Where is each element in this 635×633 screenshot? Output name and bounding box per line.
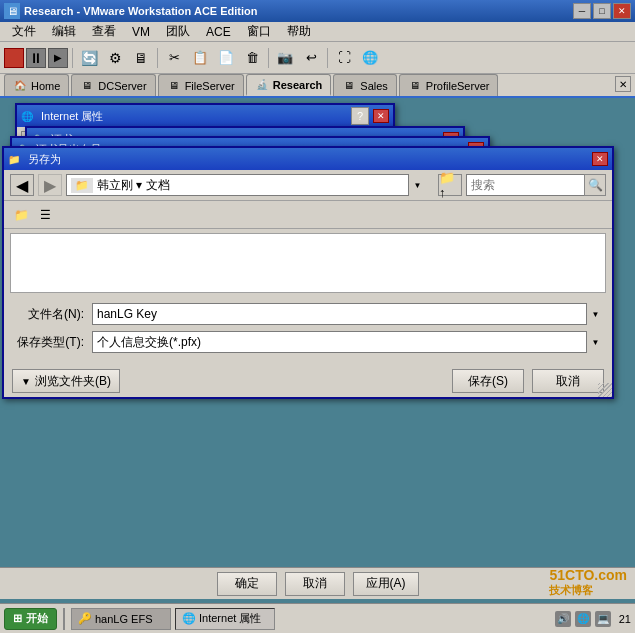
savetype-select-wrap: 个人信息交换(*.pfx) ▼ — [92, 331, 604, 353]
browse-arrow-icon: ▼ — [21, 376, 31, 387]
menu-vm[interactable]: VM — [124, 23, 158, 41]
cert-ok-btn[interactable]: 确定 — [217, 572, 277, 596]
tab-dcserver[interactable]: 🖥 DCServer — [71, 74, 155, 96]
tab-sales-label: Sales — [360, 80, 388, 92]
title-bar: 🖥 Research - VMware Workstation ACE Edit… — [0, 0, 635, 22]
maximize-button[interactable]: □ — [593, 3, 611, 19]
copy-btn[interactable]: 📋 — [188, 46, 212, 70]
addr-dropdown-arrow[interactable]: ▼ — [408, 174, 426, 196]
menu-ace[interactable]: ACE — [198, 23, 239, 41]
menu-windows[interactable]: 窗口 — [239, 21, 279, 42]
savetype-row: 保存类型(T): 个人信息交换(*.pfx) ▼ — [12, 331, 604, 353]
tab-sales[interactable]: 🖥 Sales — [333, 74, 397, 96]
menu-view[interactable]: 查看 — [84, 21, 124, 42]
inet-close-btn[interactable]: ✕ — [373, 109, 389, 123]
browse-folder-label: 浏览文件夹(B) — [35, 373, 111, 390]
savetype-display: 个人信息交换(*.pfx) — [92, 331, 604, 353]
menu-bar: 文件 编辑 查看 VM 团队 ACE 窗口 帮助 — [0, 22, 635, 42]
taskbar-item-1-icon: 🔑 — [78, 612, 92, 625]
saveas-cancel-btn[interactable]: 取消 — [532, 369, 604, 393]
pause-btn[interactable]: ⏸ — [26, 48, 46, 68]
title-bar-buttons: ─ □ ✕ — [573, 3, 631, 19]
start-button[interactable]: ⊞ 开始 — [4, 608, 57, 630]
inet-properties-title-bar: 🌐 Internet 属性 ? ✕ — [17, 105, 393, 127]
resize-grip — [598, 383, 612, 397]
forward-btn[interactable]: ▶ — [38, 174, 62, 196]
inet-help-btn[interactable]: ? — [351, 107, 369, 125]
content-area: 🌐 Internet 属性 ? ✕ 证书 🔒 证书 ✕ — [0, 98, 635, 633]
close-button[interactable]: ✕ — [613, 3, 631, 19]
taskbar-item-1[interactable]: 🔑 hanLG EFS — [71, 608, 171, 630]
fullscreen-btn[interactable]: ⛶ — [332, 46, 356, 70]
taskbar: ⊞ 开始 🔑 hanLG EFS 🌐 Internet 属性 🔊 🌐 💻 21 — [0, 603, 635, 633]
filename-dropdown-arrow[interactable]: ▼ — [586, 303, 604, 325]
tab-fileserver[interactable]: 🖥 FileServer — [158, 74, 244, 96]
new-folder-btn[interactable]: 📁 — [10, 204, 32, 226]
sys-tray: 🔊 🌐 💻 21 — [555, 611, 631, 627]
menu-help[interactable]: 帮助 — [279, 21, 319, 42]
settings-btn[interactable]: ⚙ — [103, 46, 127, 70]
dcserver-icon: 🖥 — [80, 79, 94, 93]
save-btn[interactable]: 保存(S) — [452, 369, 524, 393]
tray-icon-2: 🌐 — [575, 611, 591, 627]
tab-profileserver-label: ProfileServer — [426, 80, 490, 92]
menu-edit[interactable]: 编辑 — [44, 21, 84, 42]
play-btn[interactable]: ▶ — [48, 48, 68, 68]
cert-btn-row: 确定 取消 应用(A) — [0, 567, 635, 599]
home-icon: 🏠 — [13, 79, 27, 93]
tab-home[interactable]: 🏠 Home — [4, 74, 69, 96]
watermark: 51CTO.com 技术博客 — [549, 567, 627, 598]
saveas-title: 另存为 — [28, 152, 61, 167]
addr-path-text: 韩立刚 ▾ 文档 — [97, 177, 170, 194]
saveas-form: 文件名(N): ▼ 保存类型(T): 个人信息交换(*.pfx) ▼ — [4, 297, 612, 365]
cert-apply-btn[interactable]: 应用(A) — [353, 572, 419, 596]
taskbar-item-2[interactable]: 🌐 Internet 属性 — [175, 608, 275, 630]
menu-file[interactable]: 文件 — [4, 21, 44, 42]
up-folder-btn[interactable]: 📁↑ — [438, 174, 462, 196]
addr-display: 📁 韩立刚 ▾ 文档 ▼ — [66, 174, 426, 196]
inet-properties-title: Internet 属性 — [41, 109, 103, 124]
app-icon: 🖥 — [4, 3, 20, 19]
savetype-dropdown-arrow[interactable]: ▼ — [586, 331, 604, 353]
savetype-label: 保存类型(T): — [12, 334, 92, 351]
snapshot-btn[interactable]: 📷 — [273, 46, 297, 70]
saveas-inner-toolbar: 📁 ☰ — [4, 201, 612, 229]
addr-path-icon: 📁 — [71, 178, 93, 193]
refresh-btn[interactable]: 🔄 — [77, 46, 101, 70]
watermark-site: 51CTO.com — [549, 567, 627, 583]
toolbar-sep-1 — [72, 48, 73, 68]
title-bar-text: Research - VMware Workstation ACE Editio… — [24, 5, 573, 17]
back-btn[interactable]: ◀ — [10, 174, 34, 196]
filename-row: 文件名(N): ▼ — [12, 303, 604, 325]
saveas-file-area — [10, 233, 606, 293]
cert-cancel-btn[interactable]: 取消 — [285, 572, 345, 596]
search-btn[interactable]: 🔍 — [584, 174, 606, 196]
tab-research[interactable]: 🔬 Research — [246, 74, 332, 96]
filename-input[interactable] — [92, 303, 604, 325]
cut-btn[interactable]: ✂ — [162, 46, 186, 70]
toolbar-sep-2 — [157, 48, 158, 68]
taskbar-item-1-label: hanLG EFS — [95, 613, 152, 625]
start-icon: ⊞ — [13, 612, 22, 625]
research-icon: 🔬 — [255, 78, 269, 92]
tab-bar: 🏠 Home 🖥 DCServer 🖥 FileServer 🔬 Researc… — [0, 74, 635, 98]
search-input[interactable] — [466, 174, 584, 196]
network-btn[interactable]: 🌐 — [358, 46, 382, 70]
menu-team[interactable]: 团队 — [158, 21, 198, 42]
revert-btn[interactable]: ↩ — [299, 46, 323, 70]
tray-time: 21 — [619, 613, 631, 625]
sales-icon: 🖥 — [342, 79, 356, 93]
monitor-btn[interactable]: 🖥 — [129, 46, 153, 70]
paste-btn[interactable]: 📄 — [214, 46, 238, 70]
views-btn[interactable]: ☰ — [34, 204, 56, 226]
stop-btn[interactable] — [4, 48, 24, 68]
tab-profileserver[interactable]: 🖥 ProfileServer — [399, 74, 499, 96]
start-label: 开始 — [26, 611, 48, 626]
delete-btn[interactable]: 🗑 — [240, 46, 264, 70]
watermark-blog: 技术博客 — [549, 583, 627, 598]
minimize-button[interactable]: ─ — [573, 3, 591, 19]
saveas-close-btn[interactable]: ✕ — [592, 152, 608, 166]
addr-input-wrapper: 📁 韩立刚 ▾ 文档 ▼ — [66, 174, 426, 196]
tab-close-btn[interactable]: ✕ — [615, 76, 631, 92]
browse-folder-btn[interactable]: ▼ 浏览文件夹(B) — [12, 369, 120, 393]
